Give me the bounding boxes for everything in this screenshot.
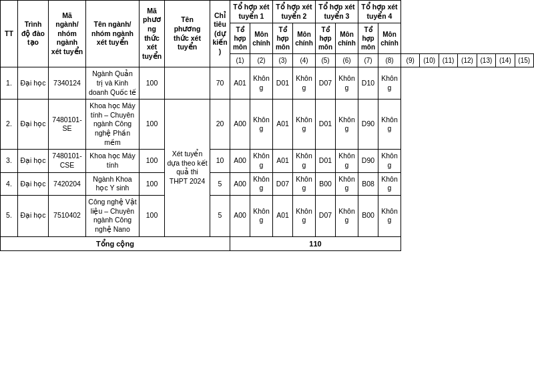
table-row: 5.Đại học7510402Công nghệ Vật liệu – Chu… [1,195,534,236]
total-row: Tổng cộng110 [1,236,534,250]
cell-ma-nganh: 7480101-CSE [49,150,86,172]
header-ma-phuong-thuc: Mã phương thức xét tuyển [140,1,165,67]
cell-ma-pt: 100 [140,150,165,172]
cell-th1-chinh: Không [250,67,273,100]
cell-ten-pt [165,67,210,100]
col-num-14: (14) [496,54,515,67]
col-num-9: (9) [401,54,420,67]
cell-tt: 1. [1,67,18,100]
cell-ma-pt: 100 [140,67,165,100]
cell-th2-chinh: Không [293,100,316,150]
cell-th3-chinh: Không [336,67,358,100]
cell-th2-chinh: Không [293,150,316,172]
cell-th2-chinh: Không [293,195,316,236]
header-to-hop-1: Tổ hợp xét tuyển 1 [230,1,273,23]
main-table-container: TT Trình độ đào tạo Mã ngành/ nhóm ngành… [0,0,534,251]
col-num-11: (11) [439,54,457,67]
cell-trinh-do: Đại học [18,100,49,150]
table-row: 2.Đại học7480101-SEKhoa học Máy tính – C… [1,100,534,150]
cell-tt: 3. [1,150,18,172]
cell-trinh-do: Đại học [18,195,49,236]
cell-ma-nganh: 7510402 [49,195,86,236]
header-trinh-do: Trình độ đào tạo [18,1,49,67]
cell-trinh-do: Đại học [18,67,49,100]
cell-th3-chinh: Không [336,100,358,150]
cell-th3-chinh: Không [336,195,358,236]
cell-chi-tieu: 5 [210,172,230,195]
cell-th2-hop: A01 [273,150,293,172]
cell-th3-chinh: Không [336,150,358,172]
header-th2-chinh: Môn chính [293,23,316,54]
col-num-1: (1) [230,54,250,67]
header-chi-tieu: Chỉ tiêu (dự kiến) [210,1,230,67]
cell-ma-nganh: 7480101-SE [49,100,86,150]
header-to-hop-3: Tổ hợp xét tuyển 3 [316,1,358,23]
header-ten-nganh: Tên ngành/ nhóm ngành xét tuyển [86,1,140,67]
header-th3-hop: Tổ hợp môn [316,23,336,54]
cell-ma-pt: 100 [140,100,165,150]
cell-chi-tieu: 20 [210,100,230,150]
cell-chi-tieu: 70 [210,67,230,100]
cell-th2-hop: A01 [273,100,293,150]
table-row: 4.Đại học7420204Ngành Khoa học Y sinh100… [1,172,534,195]
col-num-12: (12) [458,54,477,67]
col-num-4: (4) [293,54,316,67]
cell-th1-hop: A00 [230,172,250,195]
cell-chi-tieu: 10 [210,150,230,172]
cell-th4-hop: D90 [358,150,378,172]
cell-th2-hop: A01 [273,195,293,236]
cell-th2-hop: D01 [273,67,293,100]
header-th3-chinh: Môn chính [336,23,358,54]
table-row: 3.Đại học7480101-CSEKhoa học Máy tính100… [1,150,534,172]
cell-th3-hop: D07 [316,195,336,236]
cell-ma-nganh: 7340124 [49,67,86,100]
cell-th1-hop: A00 [230,100,250,150]
cell-ma-pt: 100 [140,195,165,236]
admissions-table: TT Trình độ đào tạo Mã ngành/ nhóm ngành… [0,0,534,251]
cell-tt: 5. [1,195,18,236]
col-num-6: (6) [336,54,358,67]
cell-th4-hop: B08 [358,172,378,195]
cell-ten-nganh: Công nghệ Vật liệu – Chuyên ngành Công n… [86,195,140,236]
header-th2-hop: Tổ hợp môn [273,23,293,54]
cell-th1-hop: A01 [230,67,250,100]
table-row: 1.Đại học7340124Ngành Quản trị và Kinh d… [1,67,534,100]
header-to-hop-2: Tổ hợp xét tuyển 2 [273,1,316,23]
col-num-7: (7) [358,54,378,67]
col-num-5: (5) [316,54,336,67]
cell-th4-chinh: Không [378,100,401,150]
total-label: Tổng cộng [1,236,230,250]
cell-th4-chinh: Không [378,195,401,236]
header-th4-chinh: Môn chính [378,23,401,54]
cell-th2-hop: D07 [273,172,293,195]
cell-th4-hop: D10 [358,67,378,100]
cell-th1-chinh: Không [250,172,273,195]
total-value: 110 [230,236,401,250]
header-to-hop-4: Tổ hợp xét tuyển 4 [358,1,401,23]
col-num-8: (8) [378,54,401,67]
cell-th3-chinh: Không [336,172,358,195]
cell-ten-nganh: Khoa học Máy tính [86,150,140,172]
header-row-1: TT Trình độ đào tạo Mã ngành/ nhóm ngành… [1,1,534,23]
cell-th1-chinh: Không [250,195,273,236]
cell-tt: 2. [1,100,18,150]
cell-th2-chinh: Không [293,172,316,195]
cell-ten-pt: Xét tuyển dựa theo kết quả thi THPT 2024 [165,100,210,236]
cell-th2-chinh: Không [293,67,316,100]
cell-th3-hop: B00 [316,172,336,195]
cell-th4-chinh: Không [378,150,401,172]
header-ten-phuong-thuc: Tên phương thức xét tuyển [165,1,210,67]
cell-th3-hop: D07 [316,67,336,100]
col-num-2: (2) [250,54,273,67]
cell-th4-chinh: Không [378,67,401,100]
cell-th1-chinh: Không [250,100,273,150]
cell-th3-hop: D01 [316,150,336,172]
header-tt: TT [1,1,18,67]
col-num-13: (13) [477,54,495,67]
cell-ma-nganh: 7420204 [49,172,86,195]
header-th4-hop: Tổ hợp môn [358,23,378,54]
col-num-15: (15) [515,54,533,67]
header-ma-nganh: Mã ngành/ nhóm ngành xét tuyển [49,1,86,67]
cell-th1-chinh: Không [250,150,273,172]
header-th1-hop: Tổ hợp môn [230,23,250,54]
